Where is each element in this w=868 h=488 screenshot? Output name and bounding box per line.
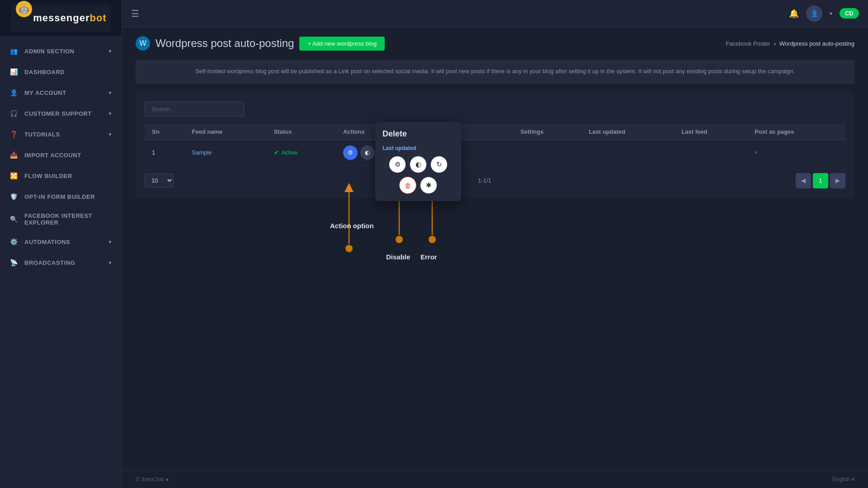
col-post-as-pages: Post as pages — [747, 124, 845, 140]
page-title-row: W Wordpress post auto-posting + Add new … — [136, 36, 385, 51]
popup-actions-row: ⚙ ◐ ↻ 🗑 ✱ — [382, 156, 454, 194]
sidebar-item-flow-builder[interactable]: 🔀 FLOW BUILDER — [0, 165, 122, 186]
page-header: W Wordpress post auto-posting + Add new … — [136, 36, 854, 51]
disable-label-box: Disable — [386, 253, 410, 261]
chevron-icon: ▼ — [108, 90, 113, 95]
breadcrumb-parent[interactable]: Facebook Poster — [726, 40, 770, 47]
action-settings-button[interactable]: ⚙ — [343, 145, 358, 160]
sidebar: 🤖 messengerbot 👥 ADMIN SECTION ▼ 📊 DASHB… — [0, 0, 122, 488]
disable-label: Disable — [386, 253, 410, 261]
sidebar-item-label: OPT-IN FORM BUILDER — [24, 193, 95, 200]
sidebar-item-automations[interactable]: ⚙️ AUTOMATIONS ▼ — [0, 231, 122, 252]
automations-icon: ⚙️ — [9, 237, 19, 247]
popup-star-button[interactable]: ✱ — [420, 177, 437, 194]
action-toggle-button[interactable]: ◐ — [360, 145, 375, 160]
pagination-info: 1-1/1 — [478, 177, 491, 184]
chevron-icon: ▼ — [108, 132, 113, 137]
opt-in-icon: 🛡️ — [9, 192, 19, 202]
sidebar-item-import-account[interactable]: 📥 IMPORT ACCOUNT — [0, 145, 122, 165]
svg-point-6 — [429, 236, 436, 243]
sidebar-navigation: 👥 ADMIN SECTION ▼ 📊 DASHBOARD 👤 MY ACCOU… — [0, 36, 122, 488]
wordpress-icon: W — [136, 36, 150, 51]
import-account-icon: 📥 — [9, 150, 19, 160]
sidebar-item-customer-support[interactable]: 🎧 CUSTOMER SUPPORT ▼ — [0, 103, 122, 124]
avatar-icon: 👤 — [811, 10, 818, 17]
hamburger-menu[interactable]: ☰ — [131, 8, 139, 19]
sidebar-item-facebook-interest[interactable]: 🔍 FACEBOOK INTEREST EXPLORER — [0, 207, 122, 231]
sidebar-item-label: FACEBOOK INTEREST EXPLORER — [24, 212, 113, 226]
check-icon: ✔ — [274, 149, 279, 156]
svg-point-4 — [396, 236, 403, 243]
next-page-button[interactable]: ▶ — [830, 173, 845, 188]
avatar[interactable]: 👤 — [806, 5, 822, 22]
breadcrumb-current: Wordpress post auto-posting — [779, 40, 854, 47]
data-table: Sn Feed name Status Actions Settings Las… — [145, 124, 845, 166]
customer-support-icon: 🎧 — [9, 108, 19, 118]
search-input[interactable] — [145, 102, 244, 117]
col-status: Status — [267, 124, 336, 140]
popup-delete-button[interactable]: 🗑 — [399, 177, 416, 194]
status-badge: ✔ Active — [274, 149, 329, 156]
action-option-label: Action option — [330, 221, 374, 230]
per-page-select[interactable]: 10 25 50 100 — [145, 174, 174, 188]
page-1-button[interactable]: 1 — [813, 173, 828, 188]
popup-toggle-button[interactable]: ◐ — [410, 156, 427, 173]
sidebar-item-label: AUTOMATIONS — [24, 239, 70, 245]
sidebar-item-my-account[interactable]: 👤 MY ACCOUNT ▼ — [0, 82, 122, 103]
notification-icon[interactable]: 🔔 — [789, 9, 799, 19]
page-content: W Wordpress post auto-posting + Add new … — [122, 27, 868, 470]
table-wrapper: Sn Feed name Status Actions Settings Las… — [145, 124, 845, 166]
main-content: ☰ 🔔 👤 ▾ CD W Wordpress post auto-posting… — [122, 0, 868, 488]
error-label-box: Error — [420, 253, 437, 261]
table-header-row: Sn Feed name Status Actions Settings Las… — [145, 124, 845, 140]
prev-page-button[interactable]: ◀ — [796, 173, 811, 188]
sidebar-item-broadcasting[interactable]: 📡 BROADCASTING ▼ — [0, 252, 122, 273]
col-last-feed: Last feed — [674, 124, 747, 140]
sidebar-logo: 🤖 messengerbot — [0, 0, 122, 36]
sidebar-item-label: FLOW BUILDER — [24, 173, 72, 179]
sidebar-item-tutorials[interactable]: ❓ TUTORIALS ▼ — [0, 124, 122, 145]
popup-title: Delete — [382, 129, 454, 139]
sidebar-item-dashboard[interactable]: 📊 DASHBOARD — [0, 61, 122, 82]
sidebar-item-label: TUTORIALS — [24, 131, 60, 138]
col-settings: Settings — [513, 124, 581, 140]
logo-text: messengerbot — [33, 12, 106, 24]
col-last-updated: Last updated — [581, 124, 674, 140]
page-title: Wordpress post auto-posting — [156, 37, 294, 50]
action-popup: Delete Last updated ⚙ ◐ ↻ 🗑 ✱ — [375, 122, 461, 201]
chevron-icon: ▼ — [108, 239, 113, 244]
cell-settings — [513, 140, 581, 165]
topbar: ☰ 🔔 👤 ▾ CD — [122, 0, 868, 27]
sidebar-item-admin-section[interactable]: 👥 ADMIN SECTION ▼ — [0, 41, 122, 61]
cell-status: ✔ Active — [267, 140, 336, 165]
pagination-row: 10 25 50 100 1-1/1 ◀ 1 ▶ — [145, 173, 845, 188]
last-updated-label: Last updated — [382, 145, 454, 151]
sidebar-item-opt-in-form[interactable]: 🛡️ OPT-IN FORM BUILDER — [0, 186, 122, 207]
action-option-label-box: Action option — [330, 221, 374, 230]
error-label: Error — [420, 253, 437, 261]
toggle-button[interactable]: CD — [840, 8, 859, 19]
logo-box: 🤖 messengerbot — [11, 5, 111, 32]
sidebar-item-label: BROADCASTING — [24, 259, 75, 266]
info-bar: Self-hosted wordpress blog post will be … — [136, 60, 854, 84]
tutorials-icon: ❓ — [9, 129, 19, 139]
col-feed-name: Feed name — [184, 124, 266, 140]
chevron-icon: ▼ — [108, 260, 113, 265]
popup-refresh-button[interactable]: ↻ — [430, 156, 448, 173]
add-wordpress-blog-button[interactable]: + Add new wordpress blog — [299, 37, 385, 51]
popup-settings-button[interactable]: ⚙ — [389, 156, 406, 173]
facebook-interest-icon: 🔍 — [9, 214, 19, 224]
svg-point-2 — [345, 245, 353, 252]
table-row: 1 Sample ✔ Active — [145, 140, 845, 165]
cell-post-as-pages: × — [747, 140, 845, 165]
cell-last-updated — [581, 140, 674, 165]
breadcrumb: Facebook Poster › Wordpress post auto-po… — [726, 40, 854, 47]
broadcasting-icon: 📡 — [9, 258, 19, 267]
sidebar-item-label: DASHBOARD — [24, 69, 65, 75]
chevron-icon: ▼ — [108, 49, 113, 54]
table-controls — [145, 102, 845, 117]
col-sn: Sn — [145, 124, 184, 140]
footer-language[interactable]: English ▾ — [832, 476, 854, 483]
cell-sn: 1 — [145, 140, 184, 165]
chevron-down-icon: ▾ — [830, 10, 832, 17]
